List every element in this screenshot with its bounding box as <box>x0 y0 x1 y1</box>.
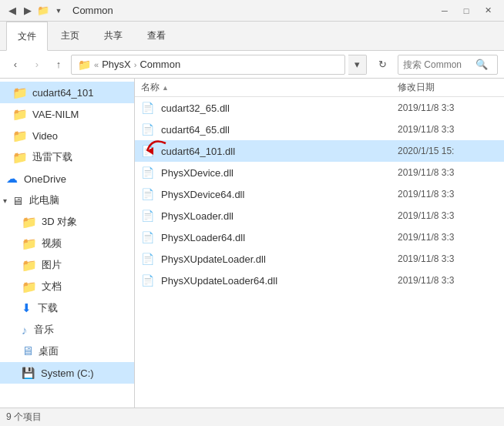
col-header-date[interactable]: 修改日期 <box>398 81 498 94</box>
forward-button[interactable]: › <box>28 55 46 74</box>
table-row[interactable]: 📄cudart64_65.dll2019/11/8 3:3 <box>135 119 504 140</box>
sidebar-label-doc: 文档 <box>42 280 62 294</box>
sidebar-item-Video[interactable]: 📁 Video <box>0 125 134 146</box>
file-date: 2019/11/8 3:3 <box>398 253 498 264</box>
file-date: 2019/11/8 3:3 <box>398 189 498 200</box>
file-name: cudart32_65.dll <box>161 102 391 114</box>
file-list: 📄cudart32_65.dll2019/11/8 3:3📄cudart64_6… <box>135 97 504 408</box>
table-row[interactable]: 📄PhysXLoader.dll2019/11/8 3:3 <box>135 205 504 226</box>
sidebar-label-onedrive: OneDrive <box>24 173 66 185</box>
sidebar-label-Video: Video <box>32 130 58 142</box>
sidebar-item-thunder[interactable]: 📁 迅雷下载 <box>0 146 134 168</box>
file-icon: 📄 <box>141 166 155 179</box>
path-crumb-common[interactable]: Common <box>139 59 180 70</box>
sidebar-label-video: 视频 <box>42 236 62 250</box>
folder-icon-Video: 📁 <box>12 129 28 143</box>
file-name: PhysXDevice.dll <box>161 167 391 179</box>
folder-icon-video: 📁 <box>22 236 37 251</box>
folder-icon-thunder: 📁 <box>12 150 28 165</box>
sidebar-label-photo: 图片 <box>42 258 62 272</box>
status-bar: 9 个项目 <box>0 408 504 426</box>
file-icon: 📄 <box>141 123 155 136</box>
sidebar-item-drive[interactable]: 💾 System (C:) <box>0 362 134 384</box>
table-row[interactable]: 📄PhysXUpdateLoader.dll2019/11/8 3:3 <box>135 248 504 270</box>
close-button[interactable]: ✕ <box>478 3 498 18</box>
ribbon-tab-home[interactable]: 主页 <box>49 22 91 50</box>
sidebar-label-thunder: 迅雷下载 <box>32 150 72 164</box>
sidebar-label-VAE: VAE-NILM <box>32 109 79 120</box>
sidebar-item-VAE[interactable]: 📁 VAE-NILM <box>0 103 134 125</box>
sidebar-item-onedrive[interactable]: ☁ OneDrive <box>0 168 134 190</box>
table-row[interactable]: 📄PhysXDevice64.dll2019/11/8 3:3 <box>135 183 504 205</box>
folder-icon-photo: 📁 <box>22 258 37 273</box>
title-bar: ◀ ▶ 📁 ▼ Common ─ □ ✕ <box>0 0 504 22</box>
file-icon: 📄 <box>141 188 155 200</box>
col-header-name[interactable]: 名称 ▲ <box>141 81 398 94</box>
sidebar-item-3d[interactable]: 📁 3D 对象 <box>0 211 134 233</box>
file-date: 2019/11/8 3:3 <box>398 210 498 221</box>
sidebar-item-thispc[interactable]: ▾ 🖥 此电脑 <box>0 190 134 211</box>
forward-title-icon: ▶ <box>22 5 34 17</box>
sidebar-label-download: 下载 <box>38 301 58 315</box>
content-area: 名称 ▲ 修改日期 📄cudart32_65.dll2019/11/8 3:3📄… <box>135 79 504 408</box>
refresh-button[interactable]: ↻ <box>373 55 391 74</box>
file-date: 2019/11/8 3:3 <box>398 124 498 135</box>
folder-icon-VAE: 📁 <box>12 107 28 122</box>
file-date: 2019/11/8 3:3 <box>398 275 498 286</box>
search-icon: 🔍 <box>475 59 488 70</box>
back-title-icon: ◀ <box>6 5 18 17</box>
title-dropdown-icon: ▼ <box>52 5 65 17</box>
file-icon: 📄 <box>141 102 155 114</box>
pc-icon: 🖥 <box>12 194 23 207</box>
file-date: 2019/11/8 3:3 <box>398 102 498 113</box>
path-chevron: › <box>134 60 137 69</box>
search-box[interactable]: 🔍 <box>398 55 498 75</box>
table-row[interactable]: 📄PhysXUpdateLoader64.dll2019/11/8 3:3 <box>135 270 504 291</box>
up-button[interactable]: ↑ <box>49 55 68 74</box>
ribbon-tab-view[interactable]: 查看 <box>136 22 177 50</box>
address-path[interactable]: 📁 « PhysX › Common <box>71 55 345 75</box>
sidebar-label-3d: 3D 对象 <box>42 215 77 229</box>
sidebar-item-music[interactable]: ♪ 音乐 <box>0 319 134 340</box>
address-bar: ‹ › ↑ 📁 « PhysX › Common ▾ ↻ 🔍 <box>0 51 504 79</box>
ribbon-tab-file[interactable]: 文件 <box>6 22 48 51</box>
file-icon: 📄 <box>141 145 155 157</box>
sidebar-item-cudart64[interactable]: 📁 cudart64_101 <box>0 82 134 103</box>
table-row[interactable]: 📄PhysXDevice.dll2019/11/8 3:3 <box>135 162 504 183</box>
column-headers: 名称 ▲ 修改日期 <box>135 79 504 97</box>
sidebar-item-desktop[interactable]: 🖥 桌面 <box>0 340 134 362</box>
search-input[interactable] <box>403 59 472 70</box>
file-date: 2019/11/8 3:3 <box>398 167 498 178</box>
sidebar-label-cudart64: cudart64_101 <box>32 87 94 99</box>
path-dropdown-button[interactable]: ▾ <box>348 55 367 75</box>
maximize-button[interactable]: □ <box>456 3 476 18</box>
file-date: 2020/1/15 15: <box>398 146 498 156</box>
sidebar-label-music: 音乐 <box>34 323 54 337</box>
cloud-icon: ☁ <box>6 172 18 186</box>
folder-icon-cudart64: 📁 <box>12 86 28 100</box>
minimize-button[interactable]: ─ <box>435 3 455 18</box>
table-row[interactable]: 📄cudart64_101.dll2020/1/15 15: <box>135 140 504 162</box>
sort-arrow-icon: ▲ <box>162 84 169 92</box>
sidebar-item-video[interactable]: 📁 视频 <box>0 233 134 254</box>
sidebar: 📁 cudart64_101 📁 VAE-NILM 📁 Video 📁 迅雷下载… <box>0 79 135 408</box>
table-row[interactable]: 📄cudart32_65.dll2019/11/8 3:3 <box>135 97 504 119</box>
file-name: cudart64_65.dll <box>161 124 391 136</box>
file-name: PhysXUpdateLoader64.dll <box>161 275 391 287</box>
window-title: Common <box>72 5 113 16</box>
ribbon-tab-share[interactable]: 共享 <box>92 22 134 50</box>
table-row[interactable]: 📄PhysXLoader64.dll2019/11/8 3:3 <box>135 226 504 248</box>
sidebar-label-drive: System (C:) <box>41 367 94 379</box>
drive-icon: 💾 <box>22 367 35 379</box>
path-crumb-physx[interactable]: PhysX <box>102 59 131 70</box>
sidebar-item-doc[interactable]: 📁 文档 <box>0 276 134 297</box>
folder-icon-doc: 📁 <box>22 280 37 294</box>
file-icon: 📄 <box>141 231 155 243</box>
sidebar-item-download[interactable]: ⬇ 下载 <box>0 297 134 319</box>
item-count: 9 个项目 <box>6 411 42 424</box>
file-name: PhysXLoader.dll <box>161 210 391 222</box>
expand-arrow-thispc: ▾ <box>3 196 7 205</box>
desktop-icon: 🖥 <box>22 344 34 358</box>
sidebar-item-photo[interactable]: 📁 图片 <box>0 254 134 276</box>
back-button[interactable]: ‹ <box>6 55 25 74</box>
